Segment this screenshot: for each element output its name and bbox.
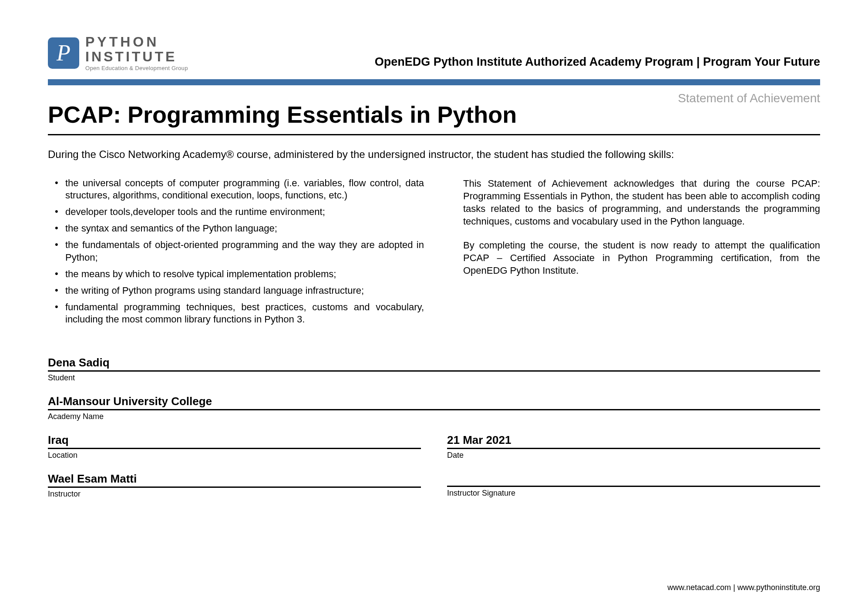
logo-line-1: PYTHON — [85, 35, 188, 50]
student-name: Dena Sadiq — [48, 356, 820, 372]
skills-column: the universal concepts of computer progr… — [48, 177, 424, 330]
field-row: Wael Esam Matti Instructor Instructor Si… — [48, 472, 820, 499]
skill-item: the syntax and semantics of the Python l… — [65, 222, 424, 235]
signature-fields: Dena Sadiq Student Al-Mansour University… — [48, 356, 820, 499]
instructor-field: Wael Esam Matti Instructor — [48, 472, 421, 499]
date-value: 21 Mar 2021 — [447, 433, 820, 449]
location-field: Iraq Location — [48, 433, 421, 460]
intro-paragraph: During the Cisco Networking Academy® cou… — [48, 148, 820, 161]
description-column: This Statement of Achievement acknowledg… — [463, 177, 820, 330]
skill-item: fundamental programming techniques, best… — [65, 301, 424, 325]
skill-item: developer tools,developer tools and the … — [65, 206, 424, 218]
skill-item: the writing of Python programs using sta… — [65, 285, 424, 297]
academy-label: Academy Name — [48, 412, 820, 421]
skill-item: the fundamentals of object-oriented prog… — [65, 239, 424, 263]
program-tagline: OpenEDG Python Institute Authorized Acad… — [375, 55, 820, 69]
field-row: Dena Sadiq Student — [48, 356, 820, 382]
academy-name: Al-Mansour University College — [48, 395, 820, 410]
signature-value — [447, 472, 820, 487]
student-field: Dena Sadiq Student — [48, 356, 820, 382]
achievement-paragraph-1: This Statement of Achievement acknowledg… — [463, 177, 820, 228]
course-title: PCAP: Programming Essentials in Python — [48, 101, 820, 135]
field-row: Al-Mansour University College Academy Na… — [48, 395, 820, 421]
signature-field: Instructor Signature — [447, 472, 820, 499]
content-columns: the universal concepts of computer progr… — [48, 177, 820, 330]
python-institute-logo-icon: P — [48, 37, 79, 69]
instructor-name: Wael Esam Matti — [48, 472, 421, 488]
date-label: Date — [447, 451, 820, 460]
logo-text: PYTHON INSTITUTE Open Education & Develo… — [85, 35, 188, 71]
logo-line-2: INSTITUTE — [85, 50, 188, 64]
divider-bar — [48, 79, 820, 85]
skill-item: the means by which to resolve typical im… — [65, 268, 424, 280]
footer-links: www.netacad.com | www.pythoninstitute.or… — [667, 583, 820, 592]
skills-list: the universal concepts of computer progr… — [48, 177, 424, 326]
header-row: P PYTHON INSTITUTE Open Education & Deve… — [48, 35, 820, 71]
signature-label: Instructor Signature — [447, 489, 820, 498]
certificate-page: P PYTHON INSTITUTE Open Education & Deve… — [0, 0, 868, 614]
achievement-paragraph-2: By completing the course, the student is… — [463, 239, 820, 277]
instructor-label: Instructor — [48, 490, 421, 499]
logo-block: P PYTHON INSTITUTE Open Education & Deve… — [48, 35, 188, 71]
field-row: Iraq Location 21 Mar 2021 Date — [48, 433, 820, 460]
skill-item: the universal concepts of computer progr… — [65, 177, 424, 201]
logo-subtitle: Open Education & Development Group — [85, 65, 188, 71]
date-field: 21 Mar 2021 Date — [447, 433, 820, 460]
location-value: Iraq — [48, 433, 421, 449]
student-label: Student — [48, 373, 820, 382]
academy-field: Al-Mansour University College Academy Na… — [48, 395, 820, 421]
location-label: Location — [48, 451, 421, 460]
